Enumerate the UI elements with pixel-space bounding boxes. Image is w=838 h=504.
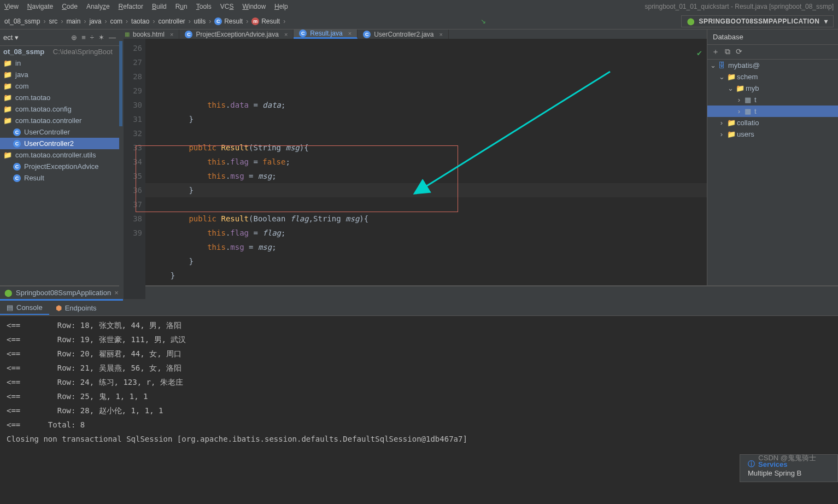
tree-item[interactable]: 📁com.taotao [0, 92, 119, 103]
add-datasource-icon[interactable]: ＋ [712, 47, 719, 57]
editor-tab[interactable]: CResult.java× [294, 30, 358, 39]
close-icon[interactable]: × [284, 31, 288, 38]
breadcrumb-item[interactable]: taotao [131, 17, 149, 25]
spring-icon: ⬤ [687, 17, 695, 25]
class-icon: C [299, 30, 307, 37]
menu-item[interactable]: Window [242, 3, 266, 10]
hide-icon[interactable]: — [109, 33, 116, 42]
project-view-label[interactable]: ect ▾ [3, 33, 19, 42]
editor-tab[interactable]: CProjectExceptionAdvice.java× [179, 30, 294, 39]
db-tree-item[interactable]: ›📁users [707, 128, 838, 140]
db-tree-item[interactable]: ›📁collatio [707, 117, 838, 128]
db-tree-item[interactable]: ›▦t [707, 94, 838, 106]
breadcrumb-item[interactable]: ot_08_ssmp [4, 17, 40, 25]
folder-icon: 📁 [727, 73, 735, 81]
tree-item[interactable]: 📁com.taotao.controller.utils [0, 149, 119, 161]
breadcrumb-item[interactable]: controller [158, 17, 185, 25]
db-item-label: t [754, 107, 757, 115]
menu-item[interactable]: Refactor [119, 3, 143, 10]
menu-item[interactable]: VCS [220, 3, 234, 10]
close-icon[interactable]: × [114, 289, 119, 297]
run-configuration-dropdown[interactable]: ⬤ SPRINGBOOT08SSMPAPPLICATION ▾ [681, 15, 834, 27]
class-icon: C [363, 31, 371, 38]
db-tree-item[interactable]: ⌄📁schem [707, 71, 838, 83]
class-icon: C [185, 31, 192, 38]
chevron-icon: › [718, 130, 725, 138]
main-menu-bar: View Navigate Code Analyze Refactor Buil… [0, 0, 838, 13]
db-tree-item[interactable]: ›▦t [707, 106, 838, 117]
menu-item[interactable]: Navigate [27, 3, 53, 10]
tree-item[interactable]: 📁in [0, 57, 119, 69]
breadcrumb-item[interactable]: src [49, 17, 57, 25]
console-output[interactable]: <== Row: 18, 张文凯, 44, 男, 洛阳 <== Row: 19,… [0, 316, 838, 482]
notification-body: Multiple Spring B [748, 469, 830, 477]
database-panel: Database ＋ ⧉ ⟳ ⌄🗄mybatis@⌄📁schem⌄📁myb›▦t… [707, 30, 838, 285]
close-icon[interactable]: × [170, 31, 173, 38]
tool-window-tab[interactable]: ▤Console [0, 301, 49, 315]
tree-item[interactable]: CUserController [0, 126, 119, 138]
db-tree-item[interactable]: ⌄🗄mybatis@ [707, 60, 838, 71]
editor-tab[interactable]: CUserController2.java× [358, 30, 449, 39]
duplicate-icon[interactable]: ⧉ [725, 47, 730, 57]
tree-item[interactable]: 📁com [0, 80, 119, 92]
tree-item[interactable]: 📁com.taotao.controller [0, 115, 119, 126]
menu-item[interactable]: Code [62, 3, 78, 10]
menu-item[interactable]: Analyze [86, 3, 110, 10]
chevron-icon: ⌄ [710, 61, 716, 69]
tree-item[interactable]: CUserController2 [0, 138, 119, 149]
expand-icon[interactable]: ≡ [81, 33, 86, 42]
html-icon: ▦ [125, 31, 130, 37]
tool-window-tab[interactable]: ⬢Endpoints [49, 302, 103, 314]
class-icon: C [13, 163, 21, 171]
watermark: CSDN @鬼鬼骑士 [758, 453, 816, 463]
close-icon[interactable]: × [348, 30, 351, 37]
breadcrumb-item[interactable]: java [89, 17, 101, 25]
refresh-icon[interactable]: ⟳ [736, 47, 742, 57]
tool-tab-label: Endpoints [65, 304, 97, 312]
project-root[interactable]: ot_08_ssmp C:\idea\SpringBoot [0, 46, 119, 57]
menu-item[interactable]: Build [152, 3, 167, 10]
tree-item[interactable]: 📁java [0, 69, 119, 80]
build-hammer-icon[interactable]: ↘ [480, 17, 486, 25]
tree-item-label: com [15, 82, 29, 90]
breadcrumb-bar: ot_08_ssmp› src› main› java› com› taotao… [0, 13, 838, 30]
tree-item[interactable]: CProjectExceptionAdvice [0, 161, 119, 172]
menu-item[interactable]: Tools [196, 3, 212, 10]
breadcrumb-item[interactable]: CResult [214, 17, 243, 25]
tab-label: books.html [133, 31, 165, 38]
chevron-icon: › [736, 107, 742, 115]
breadcrumb-item[interactable]: main [66, 17, 80, 25]
run-tool-window: ⬤ Springboot08SsmpApplication × ▤Console… [0, 285, 838, 482]
breadcrumb-item[interactable]: utils [194, 17, 206, 25]
package-icon: 📁 [3, 93, 12, 102]
run-tab-label: Springboot08SsmpApplication [16, 289, 111, 297]
settings-icon[interactable]: ✶ [98, 33, 104, 42]
tree-item-label: com.taotao.config [15, 105, 72, 113]
project-sidebar: ect ▾ ⊕ ≡ ÷ ✶ — ot_08_ssmp C:\idea\Sprin… [0, 30, 119, 285]
editor-tab[interactable]: ▦books.html× [119, 30, 179, 39]
collapse-icon[interactable]: ÷ [90, 33, 94, 42]
close-icon[interactable]: × [439, 31, 443, 38]
package-icon: 📁 [3, 105, 12, 113]
datasource-icon: 🗄 [718, 61, 726, 69]
change-marker-gutter [119, 39, 124, 299]
tree-item-label: com.taotao.controller [15, 116, 81, 125]
menu-item[interactable]: View [4, 3, 19, 10]
run-tab[interactable]: ⬤ Springboot08SsmpApplication × [0, 286, 123, 301]
tree-item[interactable]: CResult [0, 172, 119, 184]
endpoints-icon: ⬢ [56, 304, 62, 312]
editor-area: ▦books.html×CProjectExceptionAdvice.java… [119, 30, 707, 285]
code-editor[interactable]: 2627282930313233343536373839 this.data =… [119, 39, 707, 299]
menu-item[interactable]: Run [175, 3, 187, 10]
db-item-label: mybatis@ [728, 61, 760, 69]
tool-tab-label: Console [16, 303, 43, 312]
breadcrumb-item[interactable]: mResult [251, 17, 280, 25]
spring-icon: ⬤ [4, 289, 13, 297]
menu-item[interactable]: Help [274, 3, 288, 10]
breadcrumb-item[interactable]: com [110, 17, 122, 25]
db-tree-item[interactable]: ⌄📁myb [707, 83, 838, 94]
tab-label: UserController2.java [374, 31, 433, 38]
tree-item-label: in [15, 59, 21, 67]
tree-item[interactable]: 📁com.taotao.config [0, 103, 119, 115]
target-icon[interactable]: ⊕ [71, 33, 77, 42]
